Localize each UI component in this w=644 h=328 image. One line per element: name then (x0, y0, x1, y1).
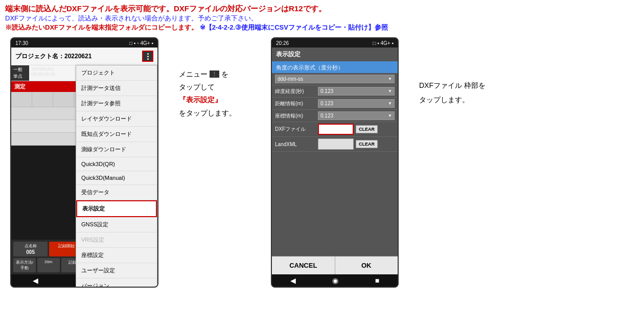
project-name: プロジェクト名：20220621 (15, 52, 91, 61)
angle-dropdown[interactable]: ddd-mm-ss ▼ (275, 75, 395, 83)
lat-lon-row: 緯度経度(秒) 0.123 ▼ (272, 85, 398, 98)
screens-container: 17:30 □ ▪ ▫ 4G+ ▪ プロジェクト名：20220621 一般 単点… (0, 34, 644, 291)
left-app-header: プロジェクト名：20220621 (11, 48, 157, 65)
distance-row: 距離情報(m) 0.123 ▼ (272, 98, 398, 110)
info-type: 一般 単点 (11, 65, 29, 81)
dxf-file-input[interactable] (318, 124, 354, 135)
cancel-button[interactable]: CANCEL (272, 256, 335, 274)
menu-item-quick3d-manual[interactable]: Quick3D(Manual) (76, 171, 157, 185)
settings-spacer (272, 152, 398, 256)
lat-lon-label: 緯度経度(秒) (275, 88, 316, 95)
right-annot-line1: DXFファイル 枠部を (419, 78, 486, 92)
top-instructions: 端末側に読込んだDXFファイルを表示可能です。DXFファイルの対応バージョンはR… (0, 0, 644, 34)
ok-button[interactable]: OK (335, 256, 398, 274)
menu-item-line[interactable]: 測線ダウンロード (76, 142, 157, 157)
nav-back[interactable]: ◀ (33, 276, 38, 285)
right-annotation: DXFファイル 枠部を タップします。 (414, 37, 491, 107)
coordinate-label: 座標情報(m) (275, 112, 316, 120)
left-status-icons: □ ▪ ▫ 4G+ ▪ (129, 40, 153, 46)
settings-panel: 表示設定 角度の表示形式（度分秒） ddd-mm-ss ▼ 緯度経度(秒) 0.… (272, 48, 398, 274)
instruction-line3: ※読込みたいDXFファイルを端末指定フォルダにコピーします。 ※【2-4-2-2… (5, 23, 639, 32)
menu-item-display-settings[interactable]: 表示設定 (76, 200, 157, 217)
right-nav-home[interactable]: ◉ (332, 276, 338, 285)
distance-value: 0.123 (320, 101, 333, 106)
menu-item-version[interactable]: バージョン (76, 278, 157, 288)
right-annot-text: DXFファイル 枠部を タップします。 (419, 78, 486, 107)
left-phone-screen: 17:30 □ ▪ ▫ 4G+ ▪ プロジェクト名：20220621 一般 単点… (10, 37, 158, 288)
menu-item-send[interactable]: 計測データ送信 (76, 81, 157, 96)
point-name-display: 点名称 005 (13, 242, 48, 256)
lat-lon-dropdown[interactable]: 0.123 ▼ (318, 87, 395, 96)
landxml-row: LandXML CLEAR (272, 137, 398, 152)
middle-annotation: メニュー ⋮ を タップして 『表示設定』 をタップします。 (174, 37, 256, 120)
menu-item-ref[interactable]: 計測データ参照 (76, 96, 157, 111)
distance-label: 距離情報(m) (275, 100, 316, 107)
angle-dropdown-arrow: ▼ (388, 77, 392, 81)
menu-item-gnss[interactable]: GNSS設定 (76, 217, 157, 232)
instruction-line3-ref: ※【2-4-2-2.③使用端末にCSVファイルをコピー・貼付け】参照 (200, 24, 388, 31)
landxml-input[interactable] (318, 138, 354, 150)
right-status-icons: □ ▪ 4G+ ▪ (373, 40, 394, 46)
annot-line4: をタップします。 (179, 107, 236, 120)
dxf-label: DXFファイル (275, 126, 316, 133)
menu-item-coordinate[interactable]: 座標設定 (76, 248, 157, 263)
dropdown-menu: プロジェクト 計測データ送信 計測データ参照 レイヤダウンロード 既知点ダウンロ… (76, 65, 157, 288)
section-label: 角度の表示形式（度分秒） (272, 62, 398, 73)
dxf-file-row: DXFファイル CLEAR (272, 122, 398, 137)
right-status-bar: 20:26 □ ▪ 4G+ ▪ (272, 38, 398, 48)
annot-line2: タップして (179, 81, 236, 93)
menu-item-known[interactable]: 既知点ダウンロード (76, 127, 157, 142)
display-mode-button[interactable]: 表示方法/手動 (13, 258, 36, 272)
landxml-label: LandXML (275, 142, 316, 147)
right-status-time: 20:26 (276, 40, 289, 46)
left-status-time: 17:30 (15, 40, 28, 46)
menu-item-vrs: VRS設定 (76, 232, 157, 248)
menu-item-project[interactable]: プロジェクト (76, 65, 157, 81)
annot-line3: 『表示設定』 (179, 93, 236, 106)
right-phone-nav-bar: ◀ ◉ ■ (272, 274, 398, 287)
instruction-line2: DXFファイルによって、読込み・表示されない場合があります。予めご了承下さい。 (5, 14, 639, 23)
lat-lon-value: 0.123 (320, 88, 333, 94)
coordinate-value: 0.123 (320, 113, 333, 119)
settings-title: 表示設定 (272, 48, 398, 62)
landxml-clear-button[interactable]: CLEAR (356, 140, 378, 148)
menu-item-user[interactable]: ユーザー設定 (76, 263, 157, 278)
menu-item-quick3d-qr[interactable]: Quick3D(QR) (76, 157, 157, 171)
distance-dropdown[interactable]: 0.123 ▼ (318, 99, 395, 108)
main-dropdown-row: ddd-mm-ss ▼ (272, 73, 398, 85)
coordinate-dropdown[interactable]: 0.123 ▼ (318, 111, 395, 120)
settings-bottom-buttons: CANCEL OK (272, 256, 398, 274)
angle-dropdown-value: ddd-mm-ss (278, 76, 303, 82)
menu-item-received[interactable]: 受信データ (76, 185, 157, 200)
scale-button[interactable]: 20m (37, 258, 60, 272)
left-status-bar: 17:30 □ ▪ ▫ 4G+ ▪ (11, 38, 157, 48)
right-nav-back[interactable]: ◀ (290, 276, 296, 285)
right-nav-square[interactable]: ■ (375, 276, 379, 285)
info-date: 1970/01/01 09:00:00.00 (29, 65, 58, 81)
right-annot-line2: タップします。 (419, 92, 486, 107)
coordinate-row: 座標情報(m) 0.123 ▼ (272, 110, 398, 122)
right-phone-screen: 20:26 □ ▪ 4G+ ▪ 表示設定 角度の表示形式（度分秒） ddd-mm… (271, 37, 399, 288)
menu-dots-button[interactable] (142, 51, 153, 62)
annot-line1: メニュー ⋮ を (179, 68, 236, 81)
menu-item-layer[interactable]: レイヤダウンロード (76, 111, 157, 127)
instruction-line1: 端末側に読込んだDXFファイルを表示可能です。DXFファイルの対応バージョンはR… (5, 4, 639, 14)
annotation-text: メニュー ⋮ を タップして 『表示設定』 をタップします。 (179, 68, 236, 120)
dxf-clear-button[interactable]: CLEAR (356, 125, 378, 133)
instruction-line3-prefix: ※読込みたいDXFファイルを端末指定フォルダにコピーします。 (5, 24, 198, 31)
